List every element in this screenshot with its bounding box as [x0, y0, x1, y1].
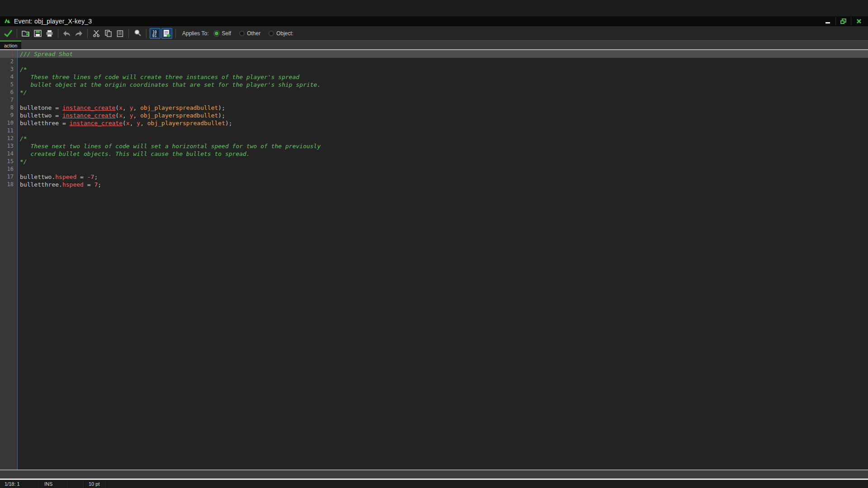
gutter-separator	[17, 50, 18, 469]
tab-action[interactable]: action	[0, 41, 21, 49]
status-bar: 1/18: 1 INS 10 pt	[0, 480, 868, 488]
gamemaker-logo-icon	[4, 18, 11, 24]
undo-icon	[63, 30, 71, 37]
code-line[interactable]: 15*/	[0, 158, 868, 165]
save-button[interactable]	[32, 28, 43, 39]
paste-icon	[117, 30, 123, 37]
toolbar-separator	[146, 29, 146, 38]
minimize-button[interactable]	[820, 17, 835, 25]
line-number: 2	[0, 58, 17, 66]
code-text: bulletthree = instance_create(x, y, obj_…	[17, 119, 232, 127]
applies-to-option-other[interactable]: Other	[239, 30, 260, 37]
applies-to-option-self[interactable]: Self	[214, 30, 231, 37]
applies-to-label: Applies To:	[182, 30, 208, 37]
line-number: 3	[0, 66, 17, 73]
code-line[interactable]: 5 bullet object at the origin coordinate…	[0, 81, 868, 89]
toggle-line-numbers-button[interactable]: 10 01	[150, 28, 160, 39]
code-text: created bullet objects. This will cause …	[17, 150, 250, 158]
find-replace-button[interactable]	[132, 28, 143, 39]
close-icon	[856, 19, 862, 24]
toolbar-separator	[58, 29, 58, 38]
titlebar[interactable]: Event: obj_player_X-key_3	[0, 16, 868, 26]
line-numbers-icon: 10 01	[151, 29, 159, 38]
code-editor[interactable]: 1/// Spread Shot23/*4 These three lines …	[0, 50, 868, 469]
print-button[interactable]	[44, 28, 55, 39]
code-text: bulletthree.hspeed = 7;	[17, 181, 101, 188]
code-lines: 1/// Spread Shot23/*4 These three lines …	[0, 50, 868, 188]
code-text: /// Spread Shot	[17, 50, 73, 58]
code-line[interactable]: 3/*	[0, 66, 868, 73]
line-number: 15	[0, 158, 17, 165]
restore-button[interactable]	[835, 17, 851, 25]
line-number: 11	[0, 127, 17, 135]
redo-icon	[75, 30, 83, 37]
code-line[interactable]: 6*/	[0, 89, 868, 96]
code-text: bullettwo = instance_create(x, y, obj_pl…	[17, 112, 225, 119]
code-line[interactable]: 1/// Spread Shot	[0, 50, 868, 58]
code-line[interactable]: 12/*	[0, 135, 868, 142]
applies-to-group: Applies To: Self Other Object:	[182, 30, 302, 37]
toolbar-separator	[87, 29, 88, 38]
applies-to-option-object[interactable]: Object:	[269, 30, 293, 37]
code-line[interactable]: 17bullettwo.hspeed = -7;	[0, 173, 868, 181]
print-icon	[46, 30, 53, 37]
svg-text:01: 01	[152, 33, 157, 38]
open-icon	[22, 30, 30, 37]
horizontal-scrollbar-track[interactable]	[0, 470, 868, 479]
code-line[interactable]: 9bullettwo = instance_create(x, y, obj_p…	[0, 112, 868, 119]
search-icon	[134, 29, 142, 37]
minimize-icon	[825, 19, 830, 24]
close-button[interactable]	[851, 17, 866, 25]
redo-button[interactable]	[73, 28, 84, 39]
code-line[interactable]: 2	[0, 58, 868, 66]
code-text: */	[17, 89, 27, 96]
code-line[interactable]: 14 created bullet objects. This will cau…	[0, 150, 868, 158]
line-number: 6	[0, 89, 17, 96]
toolbar-separator	[128, 29, 129, 38]
radio-other-icon	[239, 31, 245, 36]
line-number: 18	[0, 181, 17, 188]
cut-button[interactable]	[91, 28, 102, 39]
line-number: 8	[0, 104, 17, 112]
line-number: 1	[0, 50, 17, 58]
code-line[interactable]: 7	[0, 96, 868, 104]
code-line[interactable]: 13 These next two lines of code will set…	[0, 142, 868, 150]
window-controls	[820, 16, 866, 26]
toolbar-separator	[17, 29, 17, 38]
ok-button[interactable]	[3, 28, 14, 39]
code-text: */	[17, 158, 27, 165]
code-line[interactable]: 16	[0, 165, 868, 173]
statusbar-spacer	[69, 480, 84, 488]
code-line[interactable]: 10bulletthree = instance_create(x, y, ob…	[0, 119, 868, 127]
copy-icon	[104, 30, 112, 37]
code-line[interactable]: 8bulletone = instance_create(x, y, obj_p…	[0, 104, 868, 112]
syntax-highlight-icon	[163, 29, 171, 38]
toolbar: 10 01 Applies To: Self	[0, 26, 868, 41]
copy-button[interactable]	[103, 28, 113, 39]
code-line[interactable]: 18bulletthree.hspeed = 7;	[0, 181, 868, 188]
insert-mode-indicator: INS	[40, 480, 69, 488]
toggle-syntax-colors-button[interactable]	[161, 28, 172, 39]
statusbar-fill	[107, 480, 868, 488]
load-button[interactable]	[20, 28, 31, 39]
font-size-indicator: 10 pt	[84, 480, 107, 488]
paste-button[interactable]	[114, 28, 125, 39]
line-number: 9	[0, 112, 17, 119]
line-number: 16	[0, 165, 17, 173]
tab-bar: action	[0, 41, 868, 49]
code-text: /*	[17, 135, 27, 142]
undo-button[interactable]	[61, 28, 72, 39]
line-number: 5	[0, 81, 17, 89]
code-line[interactable]: 4 These three lines of code will create …	[0, 73, 868, 81]
code-text: bullettwo.hspeed = -7;	[17, 173, 98, 181]
code-line[interactable]: 11	[0, 127, 868, 135]
line-number: 12	[0, 135, 17, 142]
radio-object-icon	[269, 31, 274, 36]
ok-check-icon	[4, 29, 13, 38]
line-number: 4	[0, 73, 17, 81]
code-editor-window: Event: obj_player_X-key_3	[0, 0, 868, 488]
line-number: 14	[0, 150, 17, 158]
cut-icon	[93, 30, 100, 37]
save-icon	[34, 30, 42, 37]
radio-self-icon	[214, 31, 219, 36]
